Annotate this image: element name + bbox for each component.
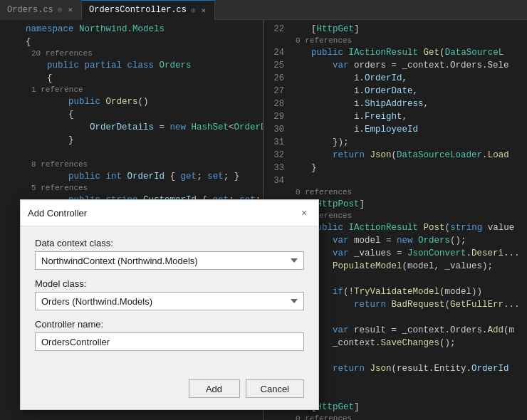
dialog-title: Add Controller <box>28 208 87 219</box>
dialog-overlay: Add Controller × Data context class: Nor… <box>0 0 527 420</box>
controller-name-input[interactable] <box>35 332 304 351</box>
model-class-label: Model class: <box>35 278 304 289</box>
controller-name-label: Controller name: <box>35 319 304 330</box>
dialog-titlebar: Add Controller × <box>21 200 318 226</box>
data-context-class-select[interactable]: NorthwindContext (Northwind.Models) <box>35 251 304 270</box>
controller-name-group: Controller name: <box>35 319 304 351</box>
model-class-select[interactable]: Orders (Northwind.Models) <box>35 292 304 310</box>
data-context-class-group: Data context class: NorthwindContext (No… <box>35 238 304 270</box>
add-controller-dialog: Add Controller × Data context class: Nor… <box>20 199 319 410</box>
dialog-close-button[interactable]: × <box>297 206 311 220</box>
dialog-body: Data context class: NorthwindContext (No… <box>21 226 318 374</box>
cancel-button[interactable]: Cancel <box>246 379 304 398</box>
model-class-group: Model class: Orders (Northwind.Models) <box>35 278 304 310</box>
data-context-class-label: Data context class: <box>35 238 304 248</box>
add-button[interactable]: Add <box>189 379 240 398</box>
dialog-footer: Add Cancel <box>21 374 318 409</box>
